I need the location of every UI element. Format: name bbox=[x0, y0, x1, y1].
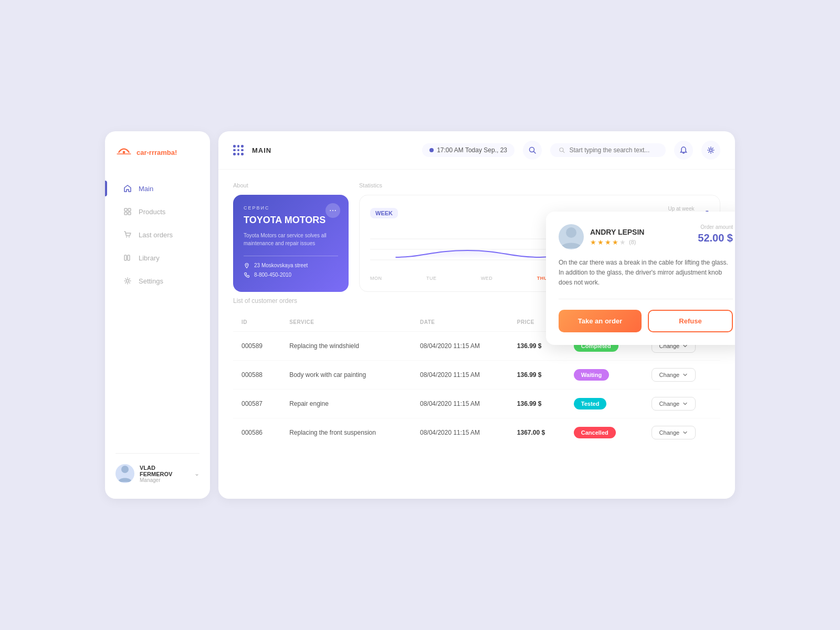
cell-status: Cancelled bbox=[565, 418, 643, 447]
statistics-section-label: Statistics bbox=[359, 182, 720, 188]
order-amount-value: 52.00 $ bbox=[698, 232, 733, 244]
search-icon bbox=[559, 146, 565, 154]
change-button[interactable]: Change bbox=[652, 397, 696, 411]
svg-point-14 bbox=[246, 264, 247, 265]
cell-service: Body work with car painting bbox=[281, 361, 412, 390]
chevron-down-icon: ⌄ bbox=[194, 470, 200, 477]
svg-point-10 bbox=[121, 466, 129, 473]
company-address: 23 Moskovskaya street bbox=[244, 262, 338, 269]
order-user-name: ANDRY LEPSIN bbox=[590, 228, 644, 236]
sidebar-item-products-label: Products bbox=[139, 208, 165, 216]
company-description: Toyota Motors car service solves all mai… bbox=[244, 232, 338, 247]
search-bar[interactable] bbox=[550, 143, 666, 157]
library-icon bbox=[123, 253, 132, 262]
topbar-time: 17:00 AM Today Sep., 23 bbox=[422, 143, 514, 157]
sidebar-item-last-orders[interactable]: Last orders bbox=[116, 225, 200, 245]
order-user: ANDRY LEPSIN ★ ★ ★ ★ ★ (8) bbox=[559, 224, 644, 249]
star-3: ★ bbox=[605, 238, 611, 246]
chevron-down-icon bbox=[682, 372, 688, 377]
cell-service: Replacing the front suspension bbox=[281, 418, 412, 447]
company-more-button[interactable]: ⋯ bbox=[326, 203, 340, 218]
page-title: MAIN bbox=[252, 146, 271, 154]
svg-point-20 bbox=[566, 227, 576, 238]
cell-service: Repair engine bbox=[281, 390, 412, 418]
logo: car-rrramba! bbox=[116, 147, 200, 158]
search-button[interactable] bbox=[523, 141, 542, 160]
svg-point-0 bbox=[123, 151, 125, 154]
sidebar-item-products[interactable]: Products bbox=[116, 202, 200, 222]
svg-rect-7 bbox=[124, 255, 127, 260]
refuse-button[interactable]: Refuse bbox=[648, 310, 733, 332]
cell-price: 136.99 $ bbox=[509, 361, 565, 390]
order-actions: Take an order Refuse bbox=[559, 310, 733, 332]
settings-button[interactable] bbox=[701, 141, 720, 160]
cart-icon bbox=[123, 230, 132, 239]
svg-rect-4 bbox=[128, 212, 131, 215]
change-button[interactable]: Change bbox=[652, 426, 696, 439]
table-row: 000587 Repair engine 08/04/2020 11:15 AM… bbox=[233, 390, 720, 418]
topbar-time-text: 17:00 AM Today Sep., 23 bbox=[437, 146, 507, 154]
cell-status: Tested bbox=[565, 390, 643, 418]
search-input[interactable] bbox=[569, 146, 657, 154]
order-user-avatar bbox=[559, 224, 584, 249]
sidebar-item-settings-label: Settings bbox=[139, 277, 163, 285]
review-count: (8) bbox=[629, 239, 636, 245]
order-user-details: ANDRY LEPSIN ★ ★ ★ ★ ★ (8) bbox=[590, 228, 644, 246]
location-icon bbox=[244, 262, 250, 269]
topbar: MAIN 17:00 AM Today Sep., 23 bbox=[218, 131, 735, 170]
sidebar-item-library-label: Library bbox=[139, 254, 160, 262]
sidebar-item-settings[interactable]: Settings bbox=[116, 271, 200, 291]
chevron-down-icon bbox=[682, 401, 688, 406]
order-card: ANDRY LEPSIN ★ ★ ★ ★ ★ (8) bbox=[546, 212, 735, 345]
svg-rect-3 bbox=[124, 212, 127, 215]
sidebar-item-last-orders-label: Last orders bbox=[139, 231, 173, 239]
user-profile[interactable]: VLAD FERMEROV Manager ⌄ bbox=[116, 453, 200, 483]
company-tag: СЕРВИС bbox=[244, 205, 338, 211]
order-amount-section: Order amount 52.00 $ bbox=[698, 224, 733, 244]
svg-point-5 bbox=[126, 237, 127, 238]
table-row: 000588 Body work with car painting 08/04… bbox=[233, 361, 720, 390]
about-section: About СЕРВИС TOYOTA MOTORS Toyota Motors… bbox=[233, 182, 349, 292]
cell-id: 000587 bbox=[233, 390, 281, 418]
cell-date: 08/04/2020 11:15 AM bbox=[412, 418, 509, 447]
cell-id: 000589 bbox=[233, 332, 281, 361]
change-button[interactable]: Change bbox=[652, 368, 696, 382]
sidebar-navigation: Main Products bbox=[116, 178, 200, 453]
home-icon bbox=[123, 184, 132, 193]
bell-icon bbox=[679, 146, 688, 154]
week-tab[interactable]: WEEK bbox=[370, 208, 398, 218]
company-card: СЕРВИС TOYOTA MOTORS Toyota Motors car s… bbox=[233, 195, 349, 292]
sidebar-item-main[interactable]: Main bbox=[116, 178, 200, 198]
cell-status: Waiting bbox=[565, 361, 643, 390]
sidebar: car-rrramba! Main bbox=[105, 131, 210, 499]
star-2: ★ bbox=[597, 238, 604, 246]
time-indicator-dot bbox=[429, 148, 434, 152]
settings-icon bbox=[123, 276, 132, 286]
notifications-button[interactable] bbox=[674, 141, 693, 160]
chevron-down-icon bbox=[682, 430, 688, 435]
main-content: MAIN 17:00 AM Today Sep., 23 bbox=[218, 131, 735, 499]
user-avatar bbox=[116, 464, 134, 483]
col-date: DATE bbox=[412, 313, 509, 332]
cell-actions: Change bbox=[643, 361, 720, 390]
logo-text: car-rrramba! bbox=[136, 149, 177, 156]
cell-id: 000588 bbox=[233, 361, 281, 390]
status-badge: Waiting bbox=[574, 369, 609, 381]
take-order-button[interactable]: Take an order bbox=[559, 310, 642, 332]
sidebar-item-main-label: Main bbox=[139, 185, 153, 193]
grid-menu-icon[interactable] bbox=[233, 145, 244, 155]
sidebar-item-library[interactable]: Library bbox=[116, 248, 200, 268]
star-4: ★ bbox=[612, 238, 618, 246]
table-body: 000589 Replacing the windshield 08/04/20… bbox=[233, 332, 720, 447]
cell-actions: Change bbox=[643, 390, 720, 418]
cell-id: 000586 bbox=[233, 418, 281, 447]
company-name: TOYOTA MOTORS bbox=[244, 215, 338, 226]
logo-icon bbox=[116, 147, 132, 158]
star-1: ★ bbox=[590, 238, 596, 246]
about-section-label: About bbox=[233, 182, 349, 188]
cell-price: 136.99 $ bbox=[509, 390, 565, 418]
gear-icon bbox=[707, 146, 715, 154]
svg-rect-1 bbox=[124, 208, 127, 211]
svg-point-13 bbox=[710, 149, 712, 152]
order-user-rating: ★ ★ ★ ★ ★ (8) bbox=[590, 238, 644, 246]
